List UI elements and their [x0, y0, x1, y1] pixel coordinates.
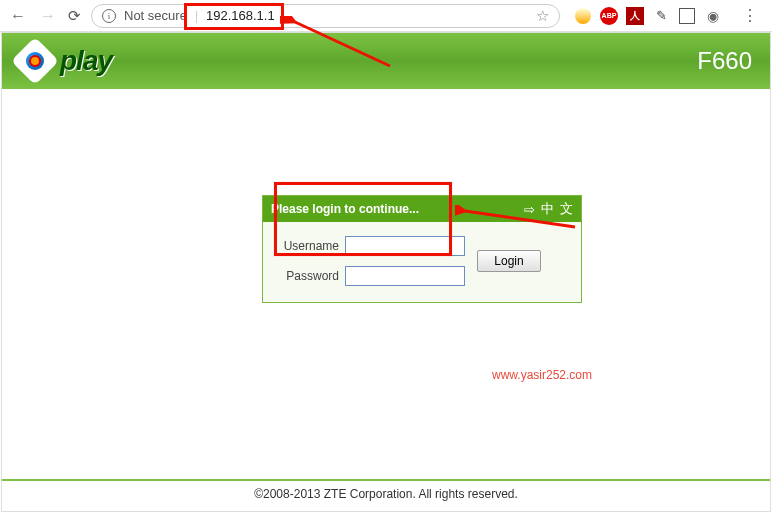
- device-model: F660: [697, 47, 752, 75]
- page-content: play F660 Please login to continue... ⇨ …: [1, 32, 771, 512]
- reload-button[interactable]: ⟳: [68, 7, 81, 25]
- extension-fullscreen-icon[interactable]: [678, 7, 696, 25]
- password-label: Password: [275, 269, 339, 283]
- header-banner: play F660: [2, 33, 770, 89]
- login-button[interactable]: Login: [477, 250, 541, 272]
- brand-name: play: [60, 45, 112, 77]
- username-row: Username: [275, 236, 465, 256]
- lang-option-zh2[interactable]: 文: [560, 200, 573, 218]
- lang-option-zh1[interactable]: 中: [541, 200, 554, 218]
- extension-face-icon[interactable]: [574, 7, 592, 25]
- extension-camera-icon[interactable]: ◉: [704, 7, 722, 25]
- footer-copyright: ©2008-2013 ZTE Corporation. All rights r…: [2, 479, 770, 501]
- watermark-text: www.yasir252.com: [492, 368, 592, 382]
- security-status: Not secure: [124, 8, 187, 23]
- login-title-bar: Please login to continue... ⇨ 中 文: [263, 196, 581, 222]
- language-switch[interactable]: ⇨ 中 文: [524, 200, 573, 218]
- extension-pdf-icon[interactable]: 人: [626, 7, 644, 25]
- lang-arrow-icon: ⇨: [524, 202, 535, 217]
- login-form: Username Password Login: [263, 222, 581, 302]
- logo-diamond-icon: [14, 40, 56, 82]
- extension-picker-icon[interactable]: ✎: [652, 7, 670, 25]
- info-icon[interactable]: i: [102, 9, 116, 23]
- username-input[interactable]: [345, 236, 465, 256]
- forward-button[interactable]: →: [38, 7, 58, 25]
- password-row: Password: [275, 266, 465, 286]
- browser-toolbar: ← → ⟳ i Not secure | 192.168.1.1 ☆ ABP 人…: [0, 0, 772, 32]
- address-bar[interactable]: i Not secure | 192.168.1.1 ☆: [91, 4, 560, 28]
- login-panel: Please login to continue... ⇨ 中 文 Userna…: [262, 195, 582, 303]
- bookmark-star-icon[interactable]: ☆: [536, 7, 549, 25]
- url-text: 192.168.1.1: [206, 8, 275, 23]
- back-button[interactable]: ←: [8, 7, 28, 25]
- extension-abp-icon[interactable]: ABP: [600, 7, 618, 25]
- browser-menu-button[interactable]: ⋮: [736, 6, 764, 25]
- extension-icons: ABP 人 ✎ ◉: [570, 7, 726, 25]
- login-title: Please login to continue...: [271, 202, 419, 216]
- brand-logo: play: [20, 45, 112, 77]
- password-input[interactable]: [345, 266, 465, 286]
- username-label: Username: [275, 239, 339, 253]
